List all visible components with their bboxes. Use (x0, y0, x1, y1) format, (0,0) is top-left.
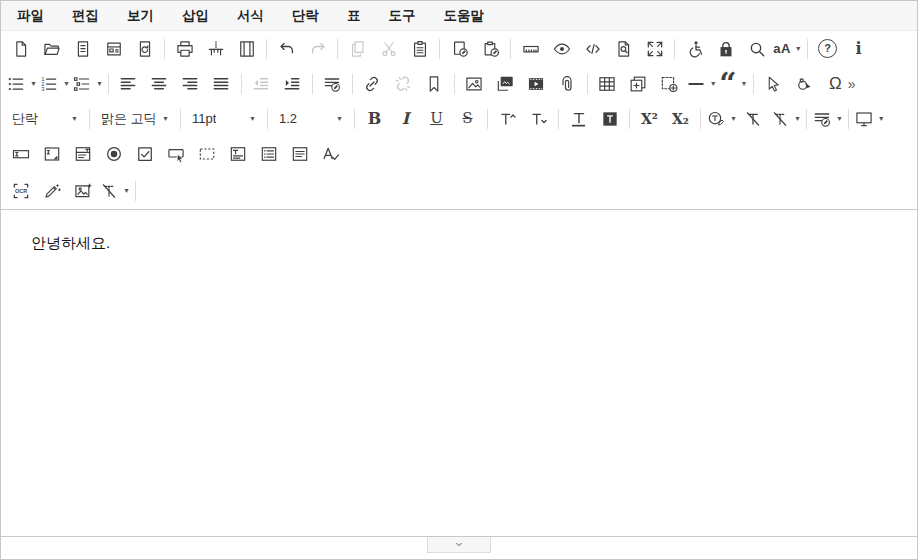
block-format-select[interactable]: 단락▼ (5, 104, 85, 134)
menu-edit[interactable]: 편집 (58, 1, 113, 30)
cut-button[interactable] (373, 34, 404, 64)
spellcheck-button[interactable] (315, 139, 346, 169)
object-edit-button[interactable] (789, 69, 820, 99)
image-gallery-button[interactable] (490, 69, 521, 99)
paste-as-text-button[interactable] (475, 34, 506, 64)
menu-insert[interactable]: 삽입 (168, 1, 223, 30)
info-button[interactable]: i (843, 34, 874, 64)
background-color-button[interactable] (594, 104, 625, 134)
font-size-down-button[interactable] (523, 104, 554, 134)
superscript-button[interactable]: X² (634, 104, 665, 134)
clear-format-advanced-button[interactable]: ▼ (769, 104, 802, 134)
indent-button[interactable] (277, 69, 308, 99)
select-field-button[interactable] (67, 139, 98, 169)
subscript-icon: X₂ (672, 112, 689, 126)
form-block-button[interactable] (222, 139, 253, 169)
page-margins-button[interactable] (231, 34, 262, 64)
text-scale-button[interactable]: aA▼ (772, 34, 803, 64)
ai-pen-button[interactable] (36, 176, 67, 206)
numbered-list-button[interactable]: ▼ (38, 69, 71, 99)
align-left-button[interactable] (113, 69, 144, 99)
bold-button[interactable]: B (359, 104, 390, 134)
open-document-button[interactable] (36, 34, 67, 64)
restore-document-button[interactable] (129, 34, 160, 64)
expand-button[interactable] (427, 537, 491, 553)
align-center-button[interactable] (144, 69, 175, 99)
paste-special-button[interactable] (444, 34, 475, 64)
underline-button[interactable]: U (421, 104, 452, 134)
bookmark-button[interactable] (419, 69, 450, 99)
page-setup-button[interactable] (200, 34, 231, 64)
paragraph-format-button[interactable] (317, 69, 348, 99)
menu-table[interactable]: 표 (333, 1, 375, 30)
multilevel-list-button[interactable]: ▼ (71, 69, 104, 99)
insert-frame-button[interactable] (623, 69, 654, 99)
input-field-button[interactable] (5, 139, 36, 169)
display-mode-button[interactable]: ▼ (853, 104, 886, 134)
paragraph-style-button[interactable]: ▼ (811, 104, 844, 134)
outdent-button[interactable] (246, 69, 277, 99)
font-size-select[interactable]: 11pt▼ (185, 104, 263, 134)
menu-tools[interactable]: 도구 (375, 1, 430, 30)
label-field-button[interactable] (284, 139, 315, 169)
fullscreen-button[interactable] (639, 34, 670, 64)
justify-button[interactable] (206, 69, 237, 99)
select-pointer-button[interactable] (758, 69, 789, 99)
menu-format[interactable]: 서식 (223, 1, 278, 30)
blockquote-button[interactable]: “▼ (718, 69, 749, 99)
menu-file[interactable]: 파일 (3, 1, 58, 30)
editor-paragraph[interactable]: 안녕하세요. (31, 234, 887, 253)
align-right-button[interactable] (175, 69, 206, 99)
ai-image-button[interactable] (67, 176, 98, 206)
strikethrough-button[interactable]: S (452, 104, 483, 134)
clear-format-button[interactable] (738, 104, 769, 134)
line-height-select[interactable]: 1.2▼ (272, 104, 350, 134)
textarea-field-button[interactable] (36, 139, 67, 169)
format-painter-button[interactable]: ▼ (705, 104, 738, 134)
menu-paragraph[interactable]: 단락 (278, 1, 333, 30)
text-color-button[interactable] (563, 104, 594, 134)
selection-area-button[interactable] (191, 139, 222, 169)
accessibility-check-button[interactable] (679, 34, 710, 64)
font-size-up-button[interactable] (492, 104, 523, 134)
menu-help[interactable]: 도움말 (430, 1, 499, 30)
find-replace-button[interactable] (741, 34, 772, 64)
toolbar-overflow-button[interactable]: » (847, 69, 861, 99)
new-document-button[interactable] (5, 34, 36, 64)
insert-table-button[interactable] (592, 69, 623, 99)
insert-link-button[interactable] (357, 69, 388, 99)
menu-view[interactable]: 보기 (113, 1, 168, 30)
radio-button-button[interactable] (98, 139, 129, 169)
preview-button[interactable] (546, 34, 577, 64)
remove-link-button[interactable] (388, 69, 419, 99)
subscript-button[interactable]: X₂ (665, 104, 696, 134)
page-preview-icon (614, 39, 634, 59)
checkbox-field-button[interactable] (129, 139, 160, 169)
lock-button[interactable] (710, 34, 741, 64)
ocr-button[interactable] (5, 176, 36, 206)
italic-button[interactable]: I (390, 104, 421, 134)
insert-snippet-button[interactable] (654, 69, 685, 99)
paste-button[interactable] (404, 34, 435, 64)
page-preview-button[interactable] (608, 34, 639, 64)
attach-file-button[interactable] (552, 69, 583, 99)
font-family-select[interactable]: 맑은 고딕▼ (94, 104, 176, 134)
push-button-button[interactable] (160, 139, 191, 169)
document-text-button[interactable] (67, 34, 98, 64)
horizontal-line-button[interactable]: ▼ (685, 69, 718, 99)
print-button[interactable] (169, 34, 200, 64)
copy-button[interactable] (342, 34, 373, 64)
clear-style-button[interactable]: ▼ (98, 176, 131, 206)
list-field-button[interactable] (253, 139, 284, 169)
redo-button[interactable] (302, 34, 333, 64)
help-button[interactable]: ? (812, 34, 843, 64)
insert-media-button[interactable] (521, 69, 552, 99)
input-field-icon (11, 144, 31, 164)
undo-button[interactable] (271, 34, 302, 64)
bullet-list-button[interactable]: ▼ (5, 69, 38, 99)
editor-content[interactable]: 안녕하세요. (1, 210, 917, 536)
source-code-button[interactable] (577, 34, 608, 64)
form-layout-button[interactable] (98, 34, 129, 64)
insert-image-button[interactable] (459, 69, 490, 99)
ruler-button[interactable] (515, 34, 546, 64)
